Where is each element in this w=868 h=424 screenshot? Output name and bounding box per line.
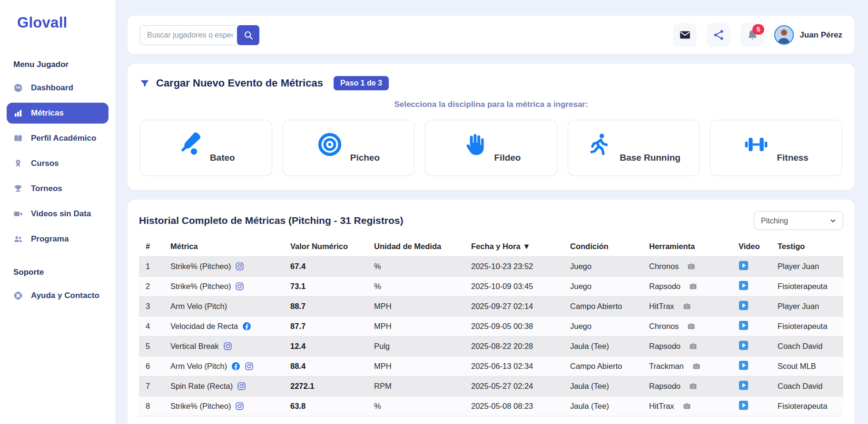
discipline-select[interactable]: Pitching [754, 211, 843, 230]
notifications-button[interactable]: 5 [740, 23, 764, 47]
value-cell: 88.7 [286, 297, 370, 317]
metric-cell: Arm Velo (Pitch) [167, 297, 286, 317]
discipline-label: Fildeo [494, 153, 521, 163]
facebook-icon [231, 362, 240, 371]
tool-name: Rapsodo [649, 382, 681, 391]
metric-cell-content: Arm Velo (Pitch) [170, 302, 283, 311]
unit-cell: MPH [370, 357, 467, 376]
sidebar-item-ayuda-y-contacto[interactable]: Ayuda y Contacto [7, 285, 108, 306]
discipline-card-fildeo[interactable]: Fildeo [425, 120, 557, 176]
unit-cell: % [370, 396, 467, 416]
search-input[interactable] [140, 25, 240, 45]
history-header: Historial Completo de Métricas (Pitching… [139, 211, 843, 230]
tool-cell: Chronos [645, 257, 735, 277]
user-menu[interactable]: Juan Pérez [774, 25, 842, 45]
witness-cell: Player Juan [774, 257, 843, 277]
sidebar-item-cursos[interactable]: Cursos [7, 153, 108, 174]
table-row: 5Vertical Break12.4Pulg2025-08-22 20:28J… [139, 337, 843, 357]
play-video-button[interactable] [739, 340, 749, 350]
witness-cell: Coach David [774, 337, 843, 357]
table-row: 6Arm Velo (Pitch)88.4MPH2025-06-13 02:34… [139, 357, 843, 376]
play-video-button[interactable] [739, 360, 749, 370]
metric-cell: Strike% (Pitcheo) [167, 277, 286, 297]
row-number: 8 [139, 396, 167, 416]
share-icon [713, 29, 725, 41]
column-header-condicion[interactable]: Condición [566, 237, 645, 257]
column-header-[interactable]: # [139, 237, 167, 257]
metric-cell-content: Strike% (Pitcheo) [170, 262, 283, 271]
target-icon [317, 132, 342, 157]
row-number: 3 [139, 297, 167, 317]
instagram-icon [235, 262, 244, 271]
sidebar-item-perfil-academico[interactable]: Perfil Académico [7, 128, 108, 149]
instagram-icon [223, 342, 232, 351]
play-video-button[interactable] [739, 380, 749, 390]
app-logo: Glovall [7, 14, 108, 31]
metric-name: Vertical Break [170, 342, 219, 351]
condition-cell: Campo Abierto [566, 357, 645, 376]
gauge-icon [13, 83, 23, 93]
column-header-video[interactable]: Video [735, 237, 774, 257]
tool-cell-content: HitTrax [649, 402, 731, 411]
discipline-card-fitness[interactable]: Fitness [710, 120, 842, 176]
video-cell [735, 396, 774, 416]
metric-value: 2272.1 [290, 382, 314, 390]
metric-name: Arm Velo (Pitch) [170, 302, 227, 311]
play-video-button[interactable] [739, 280, 749, 290]
row-number: 1 [139, 257, 167, 277]
tool-cell-content: Rapsodo [649, 282, 731, 291]
sidebar-item-torneos[interactable]: Torneos [7, 178, 108, 199]
column-header-valor-numerico[interactable]: Valor Numérico [286, 237, 370, 257]
metric-value: 87.7 [290, 322, 306, 330]
discipline-label: Picheo [350, 153, 380, 163]
nav-section-soporte: Soporte [7, 268, 108, 277]
sidebar-item-dashboard[interactable]: Dashboard [7, 77, 108, 98]
sidebar-item-videos-sin-data[interactable]: Videos sin Data [7, 203, 108, 224]
column-header-unidad-de-medida[interactable]: Unidad de Medida [370, 237, 467, 257]
discipline-label: Base Running [620, 153, 681, 163]
share-button[interactable] [707, 23, 730, 47]
tool-cell-content: Chronos [649, 322, 731, 331]
condition-cell: Jaula (Tee) [566, 396, 645, 416]
metric-cell: Strike% (Pitcheo) [167, 257, 286, 277]
tool-cell: Trackman [645, 357, 735, 376]
play-video-button[interactable] [739, 320, 749, 330]
column-header-metrica[interactable]: Métrica [167, 237, 286, 257]
envelope-icon [679, 29, 691, 41]
witness-cell: Coach David [774, 376, 843, 396]
topbar-actions: 5 Juan Pérez [673, 23, 842, 47]
tool-cell: HitTrax [645, 297, 735, 317]
tool-name: HitTrax [649, 402, 674, 411]
play-icon [739, 320, 749, 330]
discipline-card-base-running[interactable]: Base Running [568, 120, 700, 176]
column-header-fecha-y-hora[interactable]: Fecha y Hora ▼ [467, 237, 566, 257]
metric-cell-content: Velocidad de Recta [170, 322, 283, 331]
sidebar-item-label: Programa [31, 234, 69, 244]
messages-button[interactable] [673, 23, 697, 47]
play-icon [739, 360, 749, 370]
condition-cell: Campo Abierto [566, 297, 645, 317]
metric-cell-content: Arm Velo (Pitch) [170, 362, 283, 371]
video-cell [735, 277, 774, 297]
metric-cell-content: Spin Rate (Recta) [170, 382, 283, 391]
play-video-button[interactable] [739, 260, 749, 270]
tool-cell-content: Rapsodo [649, 382, 731, 391]
tool-cell-content: Trackman [649, 362, 731, 371]
discipline-card-picheo[interactable]: Picheo [283, 120, 415, 176]
value-cell: 12.4 [286, 337, 370, 357]
sidebar-item-metricas[interactable]: Métricas [7, 103, 108, 124]
column-header-herramienta[interactable]: Herramienta [645, 237, 735, 257]
tool-cell-content: HitTrax [649, 302, 731, 311]
metric-value: 63.8 [290, 402, 306, 410]
metric-cell-content: Strike% (Pitcheo) [170, 282, 283, 291]
play-video-button[interactable] [739, 300, 749, 310]
sidebar-item-label: Métricas [31, 108, 64, 118]
column-header-testigo[interactable]: Testigo [774, 237, 843, 257]
facebook-icon [242, 322, 251, 331]
play-video-button[interactable] [739, 400, 749, 410]
tool-cell-content: Rapsodo [649, 342, 731, 351]
sidebar-item-programa[interactable]: Programa [7, 229, 108, 250]
search-button[interactable] [237, 25, 259, 45]
metric-name: Spin Rate (Recta) [170, 382, 233, 391]
discipline-card-bateo[interactable]: Bateo [140, 120, 272, 176]
